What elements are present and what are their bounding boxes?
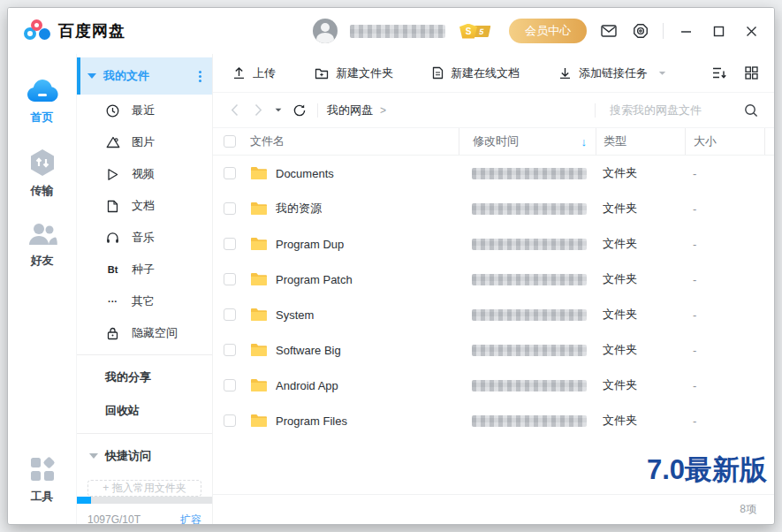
file-type: 文件夹	[603, 237, 637, 250]
more-dots-icon: ···	[105, 296, 120, 307]
file-name[interactable]: Program Files	[276, 414, 347, 428]
search-button[interactable]	[742, 102, 760, 119]
new-doc-icon	[432, 66, 444, 80]
mail-button[interactable]	[599, 23, 619, 39]
column-header-name[interactable]: 文件名	[250, 133, 285, 149]
version-promo-text: 7.0最新版	[647, 452, 767, 489]
sidebar-item-recycle-bin[interactable]: 回收站	[77, 394, 212, 428]
refresh-button[interactable]	[291, 102, 308, 119]
user-avatar[interactable]	[313, 19, 338, 43]
file-name[interactable]: 我的资源	[276, 201, 322, 217]
add-link-task-button[interactable]: 添加链接任务	[558, 65, 666, 81]
gear-icon	[633, 23, 649, 39]
search-icon	[744, 103, 758, 118]
sidebar-divider	[77, 433, 212, 434]
search-box	[586, 102, 760, 119]
rail-item-friends[interactable]: 好友	[27, 222, 57, 269]
file-size: -	[693, 414, 696, 428]
file-type: 文件夹	[603, 378, 637, 391]
new-folder-button[interactable]: 新建文件夹	[315, 65, 393, 81]
file-name[interactable]: Software Big	[276, 344, 341, 357]
column-header-type[interactable]: 类型	[604, 133, 626, 149]
sort-desc-icon[interactable]: ↓	[581, 135, 588, 148]
view-grid-button[interactable]	[743, 65, 760, 81]
cloud-icon	[26, 77, 59, 103]
sidebar-item-music[interactable]: 音乐	[77, 222, 212, 254]
breadcrumb-my-drive[interactable]: 我的网盘	[327, 103, 373, 118]
table-row[interactable]: Android App 文件夹 -	[213, 368, 774, 403]
row-checkbox[interactable]	[224, 344, 236, 356]
table-row[interactable]: Documents 文件夹 -	[213, 156, 774, 191]
table-row[interactable]: 我的资源 文件夹 -	[213, 191, 774, 226]
table-header-gutter	[764, 128, 774, 155]
more-options-icon[interactable]	[199, 71, 201, 82]
chevron-right-icon	[254, 103, 262, 117]
upload-icon	[232, 66, 246, 80]
modified-time-masked	[472, 345, 587, 356]
select-all-checkbox[interactable]	[224, 135, 236, 148]
minimize-button[interactable]	[676, 23, 696, 40]
sidebar-item-my-shares[interactable]: 我的分享	[77, 361, 212, 394]
caret-down-icon	[275, 108, 282, 112]
forward-button[interactable]	[253, 102, 264, 118]
sidebar-item-documents[interactable]: 文档	[77, 190, 212, 222]
rail-item-tools[interactable]: 工具	[29, 456, 56, 505]
sidebar-item-my-files[interactable]: 我的文件	[77, 57, 212, 95]
vip-level-badge[interactable]: S 5	[459, 24, 490, 39]
rail-item-home[interactable]: 首页	[26, 77, 59, 125]
chevron-down-icon	[87, 73, 96, 79]
table-header: 文件名 修改时间 ↓ 类型 大小	[213, 128, 774, 156]
back-button[interactable]	[229, 102, 240, 118]
app-window: 百度网盘 S 5 会员中心	[7, 7, 775, 525]
table-row[interactable]: Program Files 文件夹 -	[213, 403, 774, 438]
row-checkbox[interactable]	[224, 202, 236, 215]
sidebar-divider	[77, 354, 212, 355]
folder-icon	[250, 166, 268, 180]
file-name[interactable]: Documents	[276, 167, 334, 180]
new-online-doc-button[interactable]: 新建在线文档	[432, 65, 520, 81]
folder-icon	[250, 378, 268, 392]
file-type: 文件夹	[603, 166, 637, 179]
tools-icon	[29, 456, 56, 483]
sort-order-button[interactable]	[710, 65, 729, 81]
sidebar-item-pictures[interactable]: 图片	[77, 126, 212, 158]
table-row[interactable]: Program Patch 文件夹 -	[213, 262, 774, 297]
column-header-size[interactable]: 大小	[694, 133, 717, 149]
file-name[interactable]: Android App	[276, 379, 338, 392]
sidebar-item-hidden-space[interactable]: 隐藏空间	[77, 317, 212, 349]
sidebar-item-recent[interactable]: 最近	[77, 95, 212, 126]
sidebar-item-quick-access[interactable]: 快捷访问	[77, 439, 212, 473]
modified-time-masked	[472, 415, 587, 427]
drag-folder-dropzone[interactable]: + 拖入常用文件夹	[87, 480, 201, 497]
main-panel: 上传 新建文件夹 新建在线文档 添加链接任务	[213, 54, 774, 524]
expand-storage-link[interactable]: 扩容	[180, 513, 201, 526]
bt-icon: Bt	[105, 264, 120, 275]
row-checkbox[interactable]	[224, 308, 236, 321]
settings-button[interactable]	[631, 21, 650, 41]
file-name[interactable]: Program Patch	[276, 273, 353, 286]
left-rail: 首页 传输 好友	[8, 54, 77, 524]
sidebar-item-torrents[interactable]: Bt 种子	[77, 254, 212, 285]
sidebar-item-others[interactable]: ··· 其它	[77, 285, 212, 317]
member-center-button[interactable]: 会员中心	[509, 19, 587, 43]
history-dropdown-button[interactable]	[273, 106, 284, 114]
close-button[interactable]	[741, 23, 762, 40]
sidebar-item-videos[interactable]: 视频	[77, 158, 212, 190]
row-checkbox[interactable]	[224, 167, 236, 179]
table-row[interactable]: Program Dup 文件夹 -	[213, 226, 774, 262]
maximize-button[interactable]	[709, 23, 729, 40]
search-input[interactable]	[610, 103, 742, 117]
row-checkbox[interactable]	[224, 238, 236, 250]
table-row[interactable]: Software Big 文件夹 -	[213, 332, 774, 368]
file-name[interactable]: System	[276, 308, 314, 322]
modified-time-masked	[472, 380, 587, 391]
upload-button[interactable]: 上传	[232, 65, 276, 81]
column-header-time[interactable]: 修改时间	[473, 133, 519, 149]
row-checkbox[interactable]	[224, 414, 236, 427]
document-icon	[105, 200, 120, 213]
row-checkbox[interactable]	[224, 273, 236, 285]
rail-item-transfer[interactable]: 传输	[29, 148, 56, 199]
table-row[interactable]: System 文件夹 -	[213, 297, 774, 332]
row-checkbox[interactable]	[224, 379, 236, 391]
file-name[interactable]: Program Dup	[276, 238, 344, 251]
